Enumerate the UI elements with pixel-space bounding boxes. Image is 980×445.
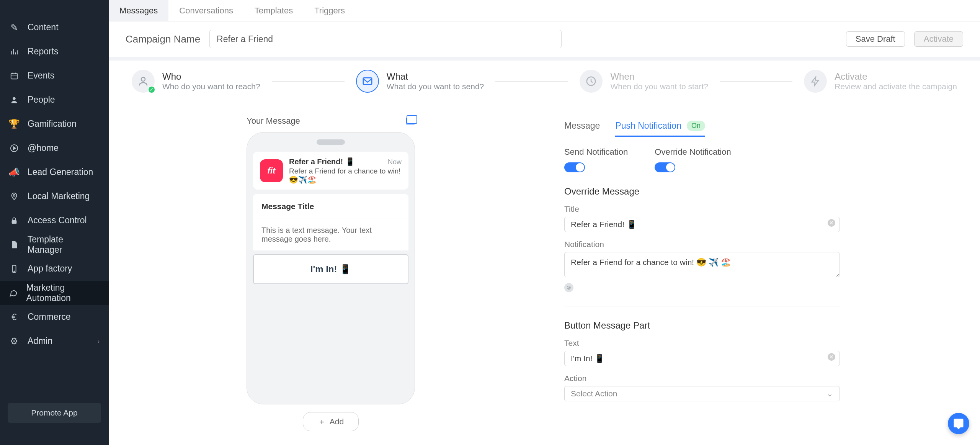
sidebar-item-label: Template Manager [28, 234, 100, 255]
step-sub: Who do you want to reach? [162, 82, 260, 91]
step-line [720, 81, 792, 82]
message-title-card: Message Title [253, 194, 408, 219]
phone-preview: fit Refer a Friend! 📱Now Refer a Friend … [247, 132, 415, 404]
sidebar-item-lead-generation[interactable]: 📣Lead Generation [0, 160, 109, 184]
step-when[interactable]: WhenWhen do you want to start? [580, 70, 708, 93]
sidebar-item-events[interactable]: Events [0, 64, 109, 88]
header-bar: Campaign Name Save Draft Activate [109, 21, 980, 61]
tab-templates[interactable]: Templates [244, 0, 304, 21]
sidebar-item-reports[interactable]: Reports [0, 39, 109, 64]
sidebar-item-people[interactable]: People [0, 88, 109, 112]
sidebar-item-label: Admin [28, 336, 52, 346]
main: Messages Conversations Templates Trigger… [109, 0, 980, 445]
notification-label: Notification [564, 240, 840, 249]
top-tabs: Messages Conversations Templates Trigger… [109, 0, 980, 21]
trophy-icon: 🏆 [9, 119, 19, 129]
sidebar-item-label: @home [28, 143, 59, 153]
svg-point-3 [13, 194, 15, 196]
sidebar-item-admin[interactable]: ⚙Admin› [0, 329, 109, 353]
svg-point-6 [14, 271, 15, 272]
subtab-message[interactable]: Message [564, 116, 600, 137]
save-draft-button[interactable]: Save Draft [846, 31, 905, 47]
sidebar-item-access-control[interactable]: Access Control [0, 208, 109, 232]
chart-icon [9, 47, 19, 56]
calendar-icon [9, 72, 19, 80]
activate-button[interactable]: Activate [914, 31, 963, 47]
sidebar-item-label: People [28, 95, 55, 105]
sidebar-item-label: Marketing Automation [26, 283, 100, 303]
sidebar-item-label: Content [28, 22, 59, 33]
step-title: What [387, 71, 484, 82]
tab-conversations[interactable]: Conversations [168, 0, 244, 21]
sidebar-item-commerce[interactable]: €Commerce [0, 305, 109, 329]
tab-triggers[interactable]: Triggers [304, 0, 356, 21]
step-line [495, 81, 568, 82]
intercom-fab[interactable] [948, 413, 969, 434]
step-sub: When do you want to start? [610, 82, 708, 91]
text-label: Text [564, 339, 840, 348]
emoji-button[interactable]: ☺ [564, 283, 573, 292]
sidebar-item-label: Commerce [28, 312, 70, 322]
activate-icon [804, 70, 827, 93]
sidebar-item-marketing-automation[interactable]: Marketing Automation [0, 281, 109, 305]
svg-rect-8 [363, 78, 372, 85]
gear-icon: ⚙ [9, 336, 19, 347]
sidebar-item-label: Local Marketing [28, 191, 90, 201]
device-switch-icon[interactable] [406, 118, 415, 124]
clear-icon[interactable]: ✕ [828, 353, 835, 361]
form-column: Message Push NotificationOn Send Notific… [564, 116, 840, 431]
step-who[interactable]: ✓ WhoWho do you want to reach? [132, 70, 260, 93]
chevron-down-icon: ⌄ [826, 389, 833, 398]
lock-icon [9, 216, 19, 225]
sidebar-item-template-manager[interactable]: Template Manager [0, 232, 109, 257]
sidebar-item-home[interactable]: @home [0, 136, 109, 160]
preview-column: Your Message fit Refer a Friend! 📱Now Re… [132, 116, 530, 431]
phone-notch [317, 139, 345, 145]
preview-header-label: Your Message [247, 116, 300, 126]
notification-preview: fit Refer a Friend! 📱Now Refer a Friend … [253, 152, 408, 190]
subtab-label: Push Notification [615, 121, 681, 131]
notification-textarea[interactable] [564, 252, 840, 277]
step-sub: What do you want to send? [387, 82, 484, 91]
euro-icon: € [9, 312, 19, 322]
notif-time: Now [388, 158, 402, 166]
sidebar-item-local-marketing[interactable]: Local Marketing [0, 184, 109, 208]
svg-rect-4 [12, 220, 17, 224]
select-placeholder: Select Action [571, 389, 617, 398]
override-notification-toggle[interactable] [655, 162, 675, 172]
play-icon [9, 144, 19, 152]
app-icon: fit [260, 159, 283, 182]
sidebar-item-content[interactable]: ✎Content [0, 15, 109, 39]
add-label: Add [330, 417, 344, 426]
step-activate[interactable]: ActivateReview and activate the campaign [804, 70, 957, 93]
pencil-icon: ✎ [9, 22, 19, 33]
subtab-push-notification[interactable]: Push NotificationOn [615, 116, 705, 137]
sidebar-item-label: Access Control [28, 215, 87, 226]
svg-point-1 [13, 97, 15, 100]
action-select[interactable]: Select Action⌄ [564, 386, 840, 401]
sidebar-item-app-factory[interactable]: App factory [0, 257, 109, 281]
sidebar-item-label: App factory [28, 263, 72, 274]
sidebar: ✎Content Reports Events People 🏆Gamifica… [0, 0, 109, 445]
step-title: Who [162, 71, 260, 82]
file-icon [9, 240, 19, 249]
promote-app-button[interactable]: Promote App [8, 403, 101, 423]
action-label: Action [564, 374, 840, 383]
campaign-name-input[interactable] [209, 30, 562, 48]
when-icon [580, 70, 603, 93]
notif-title: Refer a Friend! 📱 [289, 157, 355, 166]
clear-icon[interactable]: ✕ [828, 219, 835, 227]
title-input[interactable] [564, 217, 840, 232]
content: Your Message fit Refer a Friend! 📱Now Re… [109, 102, 980, 445]
step-what[interactable]: WhatWhat do you want to send? [356, 70, 484, 93]
message-button-preview: I'm In! 📱 [253, 254, 408, 284]
user-icon [9, 96, 19, 104]
notif-body: Refer a Friend for a chance to win! 😎✈️🏖… [289, 167, 402, 184]
message-body: This is a text message. Your text messag… [253, 219, 408, 250]
send-notification-toggle[interactable] [564, 162, 585, 172]
sidebar-item-gamification[interactable]: 🏆Gamification [0, 112, 109, 136]
button-text-input[interactable] [564, 351, 840, 366]
message-title: Message Title [261, 202, 400, 211]
add-button[interactable]: ＋Add [303, 412, 359, 431]
tab-messages[interactable]: Messages [109, 0, 168, 21]
